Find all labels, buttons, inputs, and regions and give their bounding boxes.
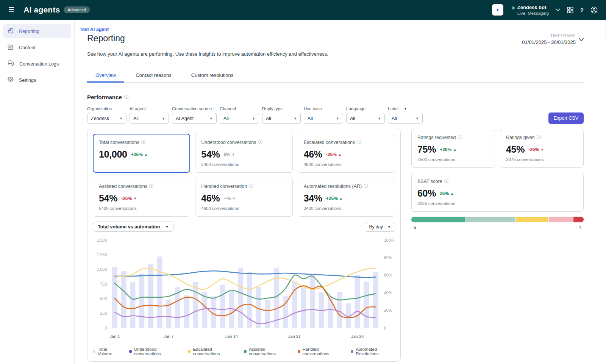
tab-bar: Overview Contact reasons Custom resoluti… (87, 69, 584, 83)
export-csv-button[interactable]: Export CSV (548, 112, 584, 124)
sidebar-item-settings[interactable]: Settings (3, 73, 71, 87)
card-ratings-given[interactable]: Ratings givenⓘ 45% -26%▼ 3375 conversati… (500, 129, 584, 168)
svg-text:1,000: 1,000 (97, 267, 107, 272)
card-bsat-score[interactable]: BSAT scoreⓘ 60% 26%▲ 2025 conversations (411, 173, 584, 212)
tab-contact-reasons[interactable]: Contact reasons (127, 69, 180, 82)
info-icon[interactable]: ⓘ (124, 94, 129, 100)
user-avatar-icon[interactable] (590, 6, 598, 14)
legend-item[interactable]: Assisted conversations (244, 347, 287, 356)
trend-arrow-icon: ▼ (540, 148, 544, 152)
card-total-conversations[interactable]: Total conversationsⓘ 10,000 +26%▲ (93, 134, 190, 173)
svg-text:500: 500 (100, 296, 107, 301)
card-handled-conversation[interactable]: Handled conversationⓘ 46% --%▼ 4600 conv… (195, 178, 292, 217)
tab-overview[interactable]: Overview (87, 69, 124, 82)
bsat-distribution-bar (411, 217, 584, 222)
bot-status: Live, Messaging (517, 11, 549, 16)
filter-label: Label▼ All▼ (388, 106, 423, 124)
info-icon[interactable]: ⓘ (364, 183, 368, 189)
legend-dot-icon (298, 350, 300, 353)
legend-dot-icon (188, 350, 191, 353)
card-escalated-conversations[interactable]: Escalated conversationsⓘ 46% -26%▲ 4600 … (298, 134, 395, 173)
trend-arrow-icon: ▼ (232, 153, 235, 156)
trend-arrow-icon: ▼ (133, 197, 137, 200)
svg-text:0: 0 (105, 326, 107, 330)
legend-item[interactable]: Handled conversations (298, 347, 341, 356)
bsat-segment-score-3 (516, 217, 548, 222)
svg-text:Jan 1: Jan 1 (109, 334, 120, 339)
svg-text:60%: 60% (384, 273, 392, 277)
svg-text:1,250: 1,250 (97, 252, 107, 257)
info-icon[interactable]: ⓘ (444, 178, 449, 184)
channel-select[interactable]: All▼ (220, 113, 259, 124)
trend-arrow-icon: ▲ (144, 153, 148, 156)
svg-text:0: 0 (384, 326, 386, 330)
svg-text:Jan 28: Jan 28 (351, 334, 364, 339)
legend-item[interactable]: Automated Resolutions (351, 347, 395, 356)
info-icon[interactable]: ⓘ (141, 139, 146, 145)
legend-item[interactable]: Total Volume (93, 347, 119, 356)
bsat-segment-score-4 (466, 217, 515, 222)
info-icon[interactable]: ⓘ (258, 139, 263, 145)
chart-metric-select[interactable]: Total volume vs automation▼ (93, 222, 173, 232)
sidebar-item-label: Reporting (19, 29, 39, 34)
legend-item[interactable]: Understood conversations (129, 347, 178, 356)
language-select[interactable]: All▼ (346, 113, 385, 124)
chart-granularity-select[interactable]: By day▼ (365, 222, 395, 232)
bot-name: Zendesk bot (517, 5, 549, 10)
volume-automation-chart: 1,5001,2501,0007505002500100%80%60%40%20… (93, 235, 395, 345)
chevron-down-icon[interactable]: ▼ (404, 107, 407, 111)
gear-icon (8, 77, 14, 84)
ai-agent-select[interactable]: All▼ (130, 113, 169, 124)
test-ai-agent-button[interactable]: Test AI agent ▼ (492, 4, 503, 16)
use-case-select[interactable]: All▼ (304, 113, 343, 124)
trend-arrow-icon: ▲ (453, 148, 456, 152)
bot-selector[interactable]: Zendesk bot Live, Messaging (512, 5, 549, 16)
trend-arrow-icon: ▼ (232, 197, 236, 200)
card-automated-resolutions[interactable]: Automated resolutions (AR)ⓘ 34% +26%▲ 34… (298, 178, 395, 217)
organization-select[interactable]: Zendesk▼ (87, 113, 127, 124)
info-icon[interactable]: ⓘ (357, 139, 361, 145)
svg-text:250: 250 (100, 311, 107, 316)
svg-text:Jan 21: Jan 21 (288, 334, 301, 339)
chevron-down-icon: ▼ (119, 117, 123, 120)
info-icon[interactable]: ⓘ (149, 183, 154, 189)
performance-heading: Performance (87, 94, 122, 100)
card-understood-conversations[interactable]: Understood conversationsⓘ 54% 0%▼ 5400 c… (195, 134, 292, 173)
filter-language: Language All▼ (346, 106, 385, 124)
chat-bubbles-icon (8, 60, 14, 67)
reply-type-select[interactable]: All▼ (262, 113, 301, 124)
test-agent-dropdown-icon[interactable]: ▼ (492, 8, 503, 12)
chevron-down-icon: ▼ (209, 117, 213, 120)
info-icon[interactable]: ⓘ (458, 134, 462, 141)
sidebar-item-reporting[interactable]: Reporting (3, 24, 71, 38)
legend-item[interactable]: Escalated conversations (188, 347, 234, 356)
chevron-down-icon: ▼ (162, 117, 165, 120)
svg-text:80%: 80% (384, 255, 392, 260)
bsat-segment-score-1 (573, 217, 584, 222)
help-icon[interactable]: ? (580, 7, 584, 13)
ratings-panel: Ratings requestedⓘ 75% +26%▲ 7500 conver… (411, 129, 584, 230)
tab-custom-resolutions[interactable]: Custom resolutions (183, 69, 242, 82)
hamburger-menu-icon[interactable]: ☰ (8, 6, 14, 14)
conversation-source-select[interactable]: AI Agent▼ (172, 113, 217, 124)
chevron-down-icon: ▼ (378, 117, 381, 120)
chevron-down-icon[interactable] (556, 8, 560, 11)
card-ratings-requested[interactable]: Ratings requestedⓘ 75% +26%▲ 7500 conver… (411, 129, 495, 168)
filters-row: Organization Zendesk▼ AI agent All▼ Conv… (87, 106, 584, 124)
card-assisted-conversations[interactable]: Assisted conversationsⓘ 54% -26%▼ 5400 c… (93, 178, 190, 217)
legend-dot-icon (129, 350, 132, 353)
apps-grid-icon[interactable] (567, 7, 573, 13)
legend-dot-icon (93, 350, 95, 353)
info-icon[interactable]: ⓘ (537, 134, 541, 141)
chevron-down-icon: ▼ (294, 117, 297, 120)
label-select[interactable]: All▼ (388, 113, 423, 124)
legend-dot-icon (244, 350, 247, 353)
svg-text:Jan 14: Jan 14 (225, 334, 238, 339)
filter-channel: Channel All▼ (220, 106, 259, 124)
sidebar-item-content[interactable]: Content (3, 41, 71, 55)
sidebar-item-conversation-logs[interactable]: Conversation Logs (3, 57, 71, 71)
svg-text:40%: 40% (384, 291, 392, 295)
info-icon[interactable]: ⓘ (249, 183, 253, 189)
svg-text:20%: 20% (384, 308, 392, 312)
svg-text:Jan 7: Jan 7 (164, 334, 174, 339)
